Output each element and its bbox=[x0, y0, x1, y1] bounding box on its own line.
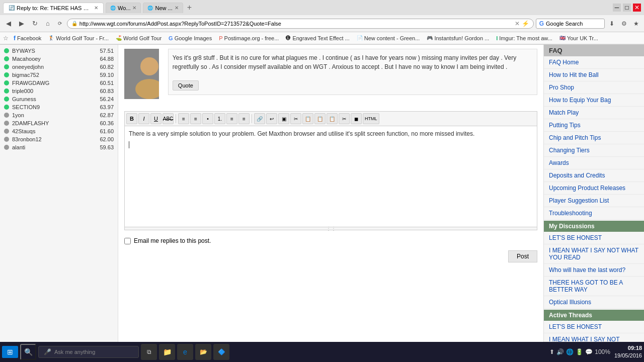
player-score: 61.60 bbox=[94, 128, 114, 134]
faq-link-chip-pitch[interactable]: Chip and Pitch Tips bbox=[544, 132, 644, 144]
battery-icon[interactable]: 🔋 bbox=[576, 348, 583, 355]
quote-button[interactable]: Quote bbox=[173, 80, 199, 90]
bookmark-new-content-label: New content - Green... bbox=[364, 35, 420, 41]
minimize-button[interactable]: ─ bbox=[613, 4, 621, 12]
outdent-button[interactable]: ≡ bbox=[238, 113, 250, 124]
reload-button[interactable]: ⟳ bbox=[55, 19, 65, 28]
faq-link-player-suggestion[interactable]: Player Suggestion List bbox=[544, 195, 644, 207]
paste-text-button[interactable]: 📋 bbox=[327, 113, 338, 124]
delete-button[interactable]: ✂ bbox=[339, 113, 350, 124]
my-discussion-2[interactable]: I MEAN WHAT I SAY NOT WHAT YOU READ bbox=[544, 244, 644, 264]
tab-new[interactable]: 🌐 New ... ✕ bbox=[143, 3, 183, 13]
faq-link-troubleshooting[interactable]: Troubleshooting bbox=[544, 207, 644, 220]
faq-link-pro-shop[interactable]: Pro Shop bbox=[544, 81, 644, 94]
network-icon[interactable]: 🌐 bbox=[566, 348, 574, 355]
close-button[interactable]: ✕ bbox=[633, 4, 641, 12]
center-content: Yes it's gr8 stuff . But it is no cure f… bbox=[118, 45, 543, 362]
show-desktop-icon[interactable]: ⬆ bbox=[549, 348, 554, 355]
image-button[interactable]: ▣ bbox=[278, 113, 289, 124]
address-input[interactable] bbox=[79, 21, 513, 27]
email-checkbox[interactable] bbox=[124, 238, 131, 244]
bookmark-icon[interactable]: ★ bbox=[631, 19, 641, 29]
forward-button[interactable]: ▶ bbox=[16, 18, 27, 29]
file-manager-button[interactable]: 📂 bbox=[195, 344, 211, 360]
post-options: Email me replies to this post. bbox=[118, 234, 543, 247]
file-explorer-button[interactable]: 📁 bbox=[159, 344, 175, 360]
window-controls: ─ □ ✕ bbox=[613, 4, 641, 12]
bookmark-instantsfun[interactable]: 🎮 Instantsfun! Gordon ... bbox=[425, 35, 491, 42]
bold-button[interactable]: B bbox=[126, 113, 137, 124]
faq-link-upcoming[interactable]: Upcoming Product Releases bbox=[544, 182, 644, 195]
taskbar-search[interactable]: 🎤 Ask me anything bbox=[38, 346, 139, 358]
html-button[interactable]: HTML bbox=[363, 113, 379, 124]
my-discussion-1[interactable]: LET'S BE HONEST bbox=[544, 232, 644, 244]
search-input[interactable] bbox=[546, 21, 601, 27]
undo-button[interactable]: ↩ bbox=[266, 113, 277, 124]
my-discussion-5[interactable]: Optical Illusions bbox=[544, 296, 644, 309]
search-taskbar-button[interactable]: 🔍 bbox=[20, 344, 36, 360]
speaker-icon[interactable]: 🔊 bbox=[556, 348, 564, 355]
faq-link-changing-tiers[interactable]: Changing Tiers bbox=[544, 144, 644, 157]
bookmark-facebook[interactable]: f Facebook bbox=[12, 34, 43, 42]
indent-button[interactable]: ≡ bbox=[226, 113, 237, 124]
start-button[interactable]: ⊞ bbox=[2, 346, 18, 358]
faq-link-equip-bag[interactable]: How to Equip Your Bag bbox=[544, 94, 644, 107]
tab-close[interactable]: ✕ bbox=[94, 5, 98, 11]
bookmark-your-uk[interactable]: 🇬🇧 Your UK Tr... bbox=[557, 35, 600, 42]
player-name: BYWAYS bbox=[12, 48, 94, 54]
bookmark-google-images[interactable]: G Google Images bbox=[167, 35, 214, 42]
downloads-icon[interactable]: ⬇ bbox=[607, 19, 617, 29]
italic-button[interactable]: I bbox=[138, 113, 149, 124]
app-button[interactable]: 🔷 bbox=[213, 344, 229, 360]
paste-button[interactable]: 📋 bbox=[314, 113, 326, 124]
task-view-button[interactable]: ⧉ bbox=[141, 344, 157, 360]
faq-link-putting-tips[interactable]: Putting Tips bbox=[544, 119, 644, 132]
align-left-button[interactable]: ≡ bbox=[178, 113, 189, 124]
post-button[interactable]: Post bbox=[508, 250, 537, 262]
bookmark-new-content[interactable]: 📄 New content - Green... bbox=[355, 35, 422, 42]
search-box[interactable]: G Google Search bbox=[536, 19, 605, 29]
bookmark-engraved[interactable]: 🅔 Engraved Text Effect ... bbox=[284, 35, 351, 42]
back-button[interactable]: ◀ bbox=[3, 18, 14, 29]
faq-link-deposits[interactable]: Deposits and Credits bbox=[544, 169, 644, 182]
address-bar[interactable]: 🔒 ✕ ⚡ bbox=[67, 19, 534, 29]
new-tab-button[interactable]: + bbox=[185, 3, 194, 12]
bullet-list-button[interactable]: • bbox=[202, 113, 213, 124]
cut-button[interactable]: ✂ bbox=[290, 113, 301, 124]
faq-link-home[interactable]: FAQ Home bbox=[544, 56, 644, 69]
editor-resize-handle[interactable]: ⋮⋮ bbox=[125, 227, 537, 230]
settings-icon[interactable]: ⚙ bbox=[619, 19, 629, 29]
numbered-list-button[interactable]: 1. bbox=[214, 113, 225, 124]
active-thread-1[interactable]: LET'S BE HONEST bbox=[544, 321, 644, 333]
faq-link-match-play[interactable]: Match Play bbox=[544, 107, 644, 119]
tab-new-label: New ... bbox=[155, 5, 172, 11]
tab-new-close[interactable]: ✕ bbox=[175, 5, 179, 11]
link-button[interactable]: 🔗 bbox=[254, 113, 265, 124]
star-icon[interactable]: ⚡ bbox=[522, 20, 529, 27]
bookmark-wgt-fr[interactable]: 🏌 World Golf Tour - Fr... bbox=[46, 35, 111, 42]
tab-wgt-close[interactable]: ✕ bbox=[132, 5, 136, 11]
faq-link-awards[interactable]: Awards bbox=[544, 157, 644, 169]
home-button[interactable]: ⌂ bbox=[43, 18, 53, 29]
copy-button[interactable]: 📋 bbox=[302, 113, 313, 124]
my-discussion-3[interactable]: Who will have the last word? bbox=[544, 264, 644, 277]
editor-content[interactable]: There is a very simple solution to your … bbox=[125, 126, 537, 227]
strikethrough-button[interactable]: ABC bbox=[163, 113, 174, 124]
tab-wgt[interactable]: 🌐 Wo... ✕ bbox=[106, 3, 141, 13]
refresh-button[interactable]: ↻ bbox=[29, 18, 41, 29]
bookmark-postimage[interactable]: P Postimage.org - free... bbox=[217, 35, 281, 42]
bookmark-imgur[interactable]: I Imgur: The most aw... bbox=[494, 35, 554, 42]
block-button[interactable]: ◼ bbox=[351, 113, 362, 124]
text-cursor bbox=[129, 141, 129, 148]
player-row: 2DAMFLASHY 60.36 bbox=[0, 119, 118, 127]
underline-button[interactable]: U bbox=[150, 113, 162, 124]
bookmark-wgt[interactable]: ⛳ World Golf Tour bbox=[114, 35, 164, 42]
maximize-button[interactable]: □ bbox=[623, 4, 631, 12]
tab-active[interactable]: 🔄 Reply to: Re: THERE HAS GOT T... ✕ bbox=[3, 3, 104, 13]
notification-icon[interactable]: 💬 bbox=[585, 348, 593, 355]
title-bar: 🔄 Reply to: Re: THERE HAS GOT T... ✕ 🌐 W… bbox=[0, 0, 644, 15]
align-center-button[interactable]: ≡ bbox=[190, 113, 201, 124]
edge-button[interactable]: e bbox=[177, 344, 193, 360]
faq-link-hit-ball[interactable]: How to Hit the Ball bbox=[544, 69, 644, 81]
my-discussion-4[interactable]: THERE HAS GOT TO BE A BETTER WAY bbox=[544, 277, 644, 296]
